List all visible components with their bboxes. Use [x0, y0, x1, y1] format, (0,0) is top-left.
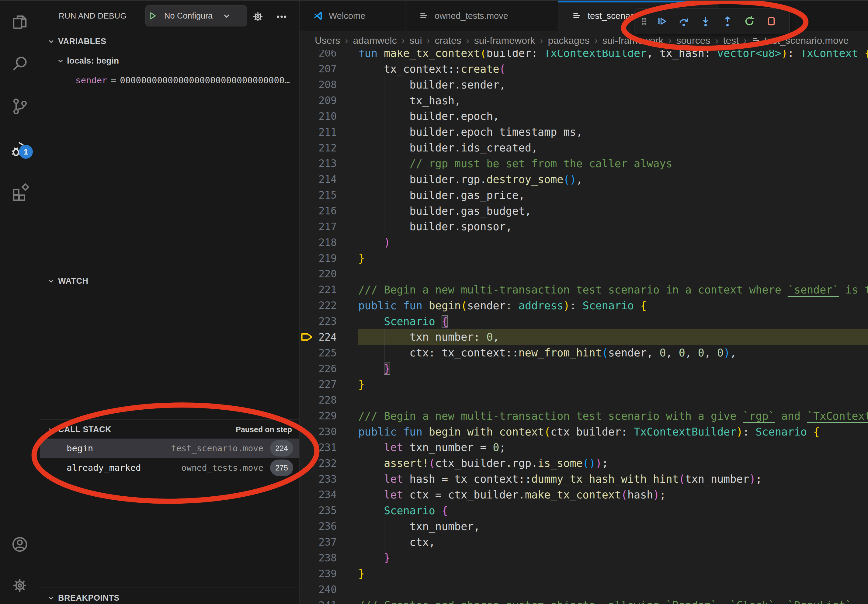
call-stack-frame-begin[interactable]: begintest_scenario.move224	[40, 438, 299, 458]
code-line-211[interactable]: 211 builder.epoch_timestamp_ms,	[299, 124, 868, 140]
debug-config-dropdown[interactable]: No Configura	[146, 5, 247, 26]
start-debugging-icon[interactable]	[146, 11, 160, 21]
breadcrumb-separator-icon: ›	[715, 35, 718, 46]
continue-button[interactable]	[656, 15, 668, 27]
breadcrumb-file[interactable]: test_scenario.move	[764, 35, 849, 46]
variables-scope-row[interactable]: locals: begin	[40, 53, 299, 69]
frame-line-badge: 224	[270, 440, 293, 457]
chevron-down-icon	[47, 594, 55, 602]
code-line-230[interactable]: 230public fun begin_with_context(ctx_bui…	[299, 424, 868, 440]
breadcrumb-item-packages[interactable]: packages	[548, 35, 590, 46]
breadcrumb-item-Users[interactable]: Users	[315, 35, 340, 46]
code-line-209[interactable]: 209 tx_hash,	[299, 93, 868, 108]
code-line-233[interactable]: 233 let hash = tx_context::dummy_tx_hash…	[299, 471, 868, 487]
line-number: 207	[315, 63, 337, 75]
section-call-stack[interactable]: CALL STACK Paused on step	[40, 421, 299, 437]
code-line-210[interactable]: 210 builder.epoch,	[299, 108, 868, 124]
frame-line-badge: 275	[270, 460, 293, 476]
code-line-223[interactable]: 223 Scenario {	[299, 314, 868, 329]
step-out-button[interactable]	[721, 15, 733, 27]
code-line-240[interactable]: 240	[299, 581, 868, 597]
code-text: txn_number,	[358, 520, 480, 533]
code-line-231[interactable]: 231 let txn_number = 0;	[299, 440, 868, 455]
code-line-232[interactable]: 232 assert!(ctx_builder.rgp.is_some());	[299, 455, 868, 471]
breadcrumb-item-sources[interactable]: sources	[676, 35, 710, 46]
line-number: 215	[315, 189, 337, 201]
vscode-window: 1 RUN AND DEBUG No Configura VARIABLES l…	[0, 0, 868, 604]
breadcrumb-item-sui-framework[interactable]: sui-framework	[603, 35, 663, 46]
code-line-227[interactable]: 227}	[299, 376, 868, 392]
code-line-217[interactable]: 217 builder.sponsor,	[299, 219, 868, 234]
chevron-down-icon	[222, 11, 231, 20]
code-line-219[interactable]: 219}	[299, 250, 868, 266]
account-icon[interactable]	[10, 535, 29, 554]
code-line-207[interactable]: 207 tx_context::create(	[299, 61, 868, 77]
extensions-icon[interactable]	[10, 182, 29, 201]
breadcrumb-item-sui[interactable]: sui	[410, 35, 422, 46]
settings-gear-icon[interactable]	[10, 576, 29, 595]
code-line-228[interactable]: 228	[299, 392, 868, 408]
code-text: ctx: tx_context::new_from_hint(sender, 0…	[358, 347, 736, 359]
breadcrumb-item-test[interactable]: test	[723, 35, 739, 46]
code-line-225[interactable]: 225 ctx: tx_context::new_from_hint(sende…	[299, 345, 868, 361]
code-line-224[interactable]: 224 txn_number: 0,	[299, 329, 868, 345]
section-breakpoints[interactable]: BREAKPOINTS	[40, 590, 299, 604]
section-watch[interactable]: WATCH	[40, 273, 299, 289]
code-line-222[interactable]: 222public fun begin(sender: address): Sc…	[299, 298, 868, 314]
code-line-234[interactable]: 234 let ctx = ctx_builder.make_tx_contex…	[299, 487, 868, 503]
line-number: 217	[315, 221, 337, 233]
line-number: 222	[315, 300, 337, 311]
tab-Welcome[interactable]: Welcome	[299, 1, 405, 31]
line-number: 225	[315, 347, 337, 359]
toolbar-drag-handle[interactable]	[640, 15, 648, 27]
code-text: /// Begin a new multi-transaction test s…	[358, 284, 868, 296]
step-over-button[interactable]	[677, 15, 690, 27]
call-stack-frame-already_marked[interactable]: already_markedowned_tests.move275	[40, 458, 299, 477]
code-line-221[interactable]: 221/// Begin a new multi-transaction tes…	[299, 282, 868, 298]
code-line-226[interactable]: 226 }	[299, 361, 868, 376]
code-line-220[interactable]: 220	[299, 266, 868, 282]
code-line-218[interactable]: 218 )	[299, 234, 868, 250]
breadcrumb-item-sui-framework[interactable]: sui-framework	[474, 35, 535, 46]
code-text: builder.epoch_timestamp_ms,	[358, 126, 583, 138]
code-text: }	[358, 552, 390, 564]
code-line-237[interactable]: 237 ctx,	[299, 534, 868, 550]
code-editor[interactable]: 206fun make_tx_context(builder: TxContex…	[299, 45, 868, 604]
line-number: 235	[315, 505, 337, 516]
stop-button[interactable]	[765, 15, 777, 27]
breadcrumb-item-crates[interactable]: crates	[435, 35, 461, 46]
breadcrumb-separator-icon: ›	[668, 35, 671, 46]
search-icon[interactable]	[10, 54, 29, 74]
files-icon[interactable]	[10, 12, 29, 32]
line-number: 226	[315, 363, 337, 375]
variable-row[interactable]: sender = 0000000000000000000000000000000…	[76, 73, 294, 88]
tab-owned_tests.move[interactable]: owned_tests.move	[405, 1, 558, 31]
code-text: builder.rgp.destroy_some(),	[358, 173, 583, 186]
breadcrumb-separator-icon: ›	[402, 35, 405, 46]
section-variables[interactable]: VARIABLES	[40, 34, 299, 49]
line-number: 230	[315, 426, 337, 438]
code-line-235[interactable]: 235 Scenario {	[299, 503, 868, 519]
line-number: 221	[315, 284, 337, 296]
restart-button[interactable]	[743, 15, 755, 27]
code-line-236[interactable]: 236 txn_number,	[299, 519, 868, 534]
code-line-216[interactable]: 216 builder.gas_budget,	[299, 203, 868, 219]
code-line-241[interactable]: 241/// Creates and shares system objects…	[299, 597, 868, 604]
code-line-213[interactable]: 213 // rgp must be set from the caller a…	[299, 156, 868, 172]
step-into-button[interactable]	[699, 15, 711, 27]
source-control-icon[interactable]	[10, 97, 29, 116]
more-actions-icon[interactable]	[274, 10, 288, 25]
code-line-214[interactable]: 214 builder.rgp.destroy_some(),	[299, 172, 868, 187]
code-line-215[interactable]: 215 builder.gas_price,	[299, 187, 868, 203]
code-line-208[interactable]: 208 builder.sender,	[299, 77, 868, 93]
code-line-212[interactable]: 212 builder.ids_created,	[299, 140, 868, 156]
code-text: )	[358, 236, 390, 248]
code-line-239[interactable]: 239}	[299, 566, 868, 581]
frame-function: already_marked	[67, 463, 141, 473]
breadcrumb-item-adamwelc[interactable]: adamwelc	[353, 35, 397, 46]
debug-gear-icon[interactable]	[251, 10, 265, 25]
code-line-238[interactable]: 238 }	[299, 550, 868, 566]
frame-file: test_scenario.move	[171, 443, 264, 454]
code-line-229[interactable]: 229/// Begin a new multi-transaction tes…	[299, 408, 868, 424]
line-number: 240	[315, 584, 337, 595]
